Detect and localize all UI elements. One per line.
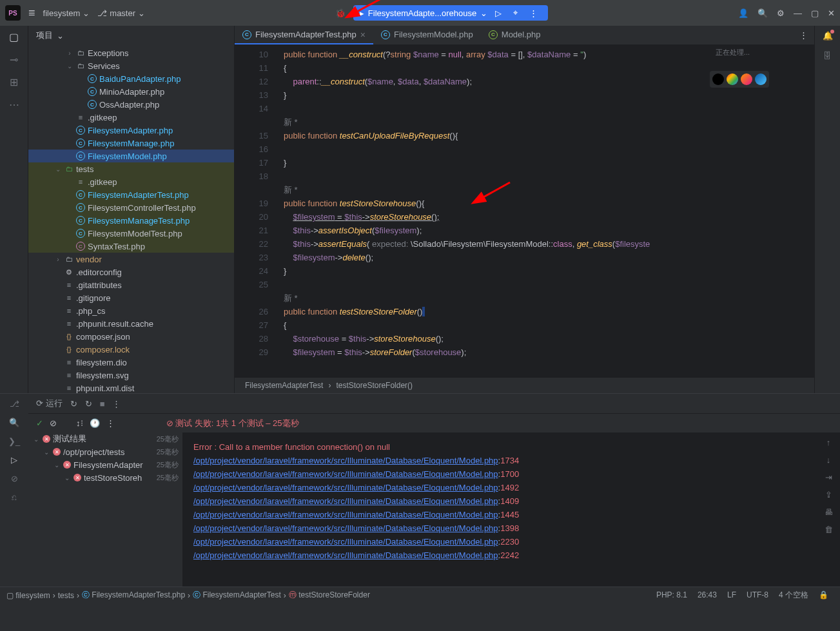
ignore-filter-icon[interactable]: ⊘ bbox=[50, 418, 57, 428]
pass-filter-icon[interactable]: ✓ bbox=[36, 418, 43, 428]
editor-tab[interactable]: CFilesystemModel.php bbox=[373, 26, 481, 44]
breadcrumb-item[interactable]: ⓜ testStoreStoreFolder bbox=[289, 590, 370, 601]
statusbar-item[interactable]: UTF-8 bbox=[741, 590, 774, 599]
tree-item[interactable]: {}composer.json bbox=[28, 330, 234, 343]
chrome-icon[interactable] bbox=[727, 73, 738, 85]
tree-item[interactable]: ≡.gitkeep bbox=[28, 175, 234, 188]
stack-frame[interactable]: /opt/project/vendor/laravel/framework/sr… bbox=[193, 535, 806, 548]
phpstorm-icon[interactable] bbox=[712, 73, 724, 85]
project-tree[interactable]: ›🗀Exceptions⌄🗀ServicesCBaiduPanAdapter.p… bbox=[28, 45, 234, 393]
database-icon[interactable]: 🗄 bbox=[823, 51, 832, 61]
run-button[interactable]: ▷ bbox=[491, 8, 505, 18]
breadcrumb[interactable]: ▢ filesystem › tests › ⓒ FilesystemAdapt… bbox=[6, 590, 370, 601]
tree-item[interactable]: CFilesystemModelTest.php bbox=[28, 227, 234, 240]
tree-item[interactable]: CBaiduPanAdapter.php bbox=[28, 72, 234, 85]
stack-frame[interactable]: /opt/project/vendor/laravel/framework/sr… bbox=[193, 548, 806, 562]
tree-item[interactable]: ⚙.editorconfig bbox=[28, 266, 234, 278]
editor-tab[interactable]: CFilesystemAdapterTest.php× bbox=[235, 26, 373, 44]
tree-item[interactable]: ≡filesystem.svg bbox=[28, 369, 234, 382]
firefox-icon[interactable] bbox=[741, 73, 752, 85]
tree-item[interactable]: CFilesystemAdapterTest.php bbox=[28, 188, 234, 201]
statusbar-item[interactable]: 26:43 bbox=[692, 590, 722, 599]
tree-item[interactable]: ≡.php_cs bbox=[28, 304, 234, 317]
statusbar-item[interactable]: 4 个空格 bbox=[774, 590, 814, 599]
commit-tool-icon[interactable]: ⊸ bbox=[10, 53, 18, 66]
tree-item[interactable]: CFilesystemModel.php bbox=[28, 150, 234, 162]
test-tree-item[interactable]: ⌄✕FilesystemAdapter25毫秒 bbox=[28, 458, 182, 471]
more-tools-icon[interactable]: ⋯ bbox=[9, 99, 19, 111]
project-selector[interactable]: filesystem ⌄ bbox=[43, 8, 90, 18]
stack-frame[interactable]: /opt/project/vendor/laravel/framework/sr… bbox=[193, 454, 806, 467]
tabs-more-icon[interactable]: ⋮ bbox=[793, 30, 814, 40]
export-icon[interactable]: ⇪ bbox=[825, 490, 832, 500]
tree-item[interactable]: ≡phpunit.xml.dist bbox=[28, 382, 234, 393]
breadcrumb-item[interactable]: ⓒ FilesystemAdapterTest bbox=[193, 590, 281, 601]
rerun-icon[interactable]: ↻ bbox=[70, 399, 77, 409]
statusbar-item[interactable]: PHP: 8.1 bbox=[651, 590, 692, 599]
git-tool-icon[interactable]: ⎇ bbox=[10, 399, 19, 409]
statusbar-item[interactable]: LF bbox=[722, 590, 741, 599]
sort-icon[interactable]: ↕⁝ bbox=[76, 418, 83, 428]
vcs-branch[interactable]: ⎇ master ⌄ bbox=[97, 8, 145, 18]
minimize-icon[interactable]: — bbox=[794, 8, 802, 18]
stop-icon[interactable]: ■ bbox=[100, 399, 105, 409]
tree-item[interactable]: CFilesystemAdapter.php bbox=[28, 124, 234, 137]
test-tree-item[interactable]: ⌄✕/opt/project/tests25毫秒 bbox=[28, 445, 182, 458]
clear-icon[interactable]: 🗑 bbox=[825, 525, 833, 534]
debug-button[interactable]: ⌖ bbox=[509, 8, 522, 18]
print-icon[interactable]: 🖶 bbox=[825, 507, 833, 517]
project-tool-icon[interactable]: ▢ bbox=[9, 31, 19, 43]
scroll-up-icon[interactable]: ↑ bbox=[826, 438, 831, 447]
tree-item[interactable]: COssAdapter.php bbox=[28, 98, 234, 111]
tree-item[interactable]: ≡filesystem.dio bbox=[28, 356, 234, 369]
tree-item[interactable]: CMinioAdapter.php bbox=[28, 85, 234, 98]
run-more-icon[interactable]: ⋮ bbox=[112, 399, 121, 409]
tree-item[interactable]: ›🗀vendor bbox=[28, 253, 234, 266]
tree-item[interactable]: ⌄🗀Services bbox=[28, 59, 234, 72]
stack-frame[interactable]: /opt/project/vendor/laravel/framework/sr… bbox=[193, 481, 806, 494]
stack-frame[interactable]: /opt/project/vendor/laravel/framework/sr… bbox=[193, 467, 806, 481]
lock-icon[interactable]: 🔒 bbox=[814, 590, 834, 599]
tree-item[interactable]: ›🗀Exceptions bbox=[28, 46, 234, 59]
history-icon[interactable]: 🕐 bbox=[90, 418, 100, 428]
stack-frame[interactable]: /opt/project/vendor/laravel/framework/sr… bbox=[193, 508, 806, 521]
stack-frame[interactable]: /opt/project/vendor/laravel/framework/sr… bbox=[193, 494, 806, 508]
tree-item[interactable]: CFilesystemControllerTest.php bbox=[28, 201, 234, 214]
tree-item[interactable]: CFilesystemManageTest.php bbox=[28, 214, 234, 227]
tree-item[interactable]: {}composer.lock bbox=[28, 343, 234, 356]
tree-item[interactable]: CFilesystemManage.php bbox=[28, 137, 234, 150]
editor-breadcrumb[interactable]: FilesystemAdapterTest › testStoreStoreFo… bbox=[235, 378, 814, 393]
editor-tab[interactable]: CModel.php bbox=[481, 26, 549, 44]
bug-icon[interactable]: 🐞 bbox=[335, 8, 346, 18]
rerun-failed-icon[interactable]: ↻ bbox=[85, 399, 92, 409]
structure-tool-icon[interactable]: ⊞ bbox=[10, 76, 18, 88]
close-tab-icon[interactable]: × bbox=[360, 30, 366, 40]
run-tool-icon[interactable]: ▷ bbox=[11, 455, 17, 465]
breadcrumb-item[interactable]: tests bbox=[58, 591, 74, 600]
code-editor[interactable]: public function __construct(?string $nam… bbox=[273, 45, 814, 378]
close-icon[interactable]: ✕ bbox=[828, 8, 835, 18]
test-tree-item[interactable]: ⌄✕testStoreStoreh25毫秒 bbox=[28, 471, 182, 484]
edge-icon[interactable] bbox=[755, 73, 767, 85]
tree-item[interactable]: CSyntaxTest.php bbox=[28, 240, 234, 253]
main-menu-icon[interactable]: ≡ bbox=[28, 6, 35, 20]
tree-item[interactable]: ⌄🗀tests bbox=[28, 162, 234, 175]
terminal-tool-icon[interactable]: ❯_ bbox=[8, 436, 20, 446]
vcs-tool-icon[interactable]: ⎌ bbox=[12, 492, 17, 502]
search-icon[interactable]: 🔍 bbox=[757, 8, 768, 18]
test-output[interactable]: Error : Call to a member function connec… bbox=[183, 432, 817, 587]
test-tree-item[interactable]: ⌄✕测试结果25毫秒 bbox=[28, 432, 182, 445]
test-tree[interactable]: ⌄✕测试结果25毫秒⌄✕/opt/project/tests25毫秒⌄✕File… bbox=[28, 432, 183, 587]
tree-item[interactable]: ≡.gitignore bbox=[28, 291, 234, 304]
tree-item[interactable]: ≡.gitkeep bbox=[28, 111, 234, 124]
stack-frame[interactable]: /opt/project/vendor/laravel/framework/sr… bbox=[193, 521, 806, 535]
breadcrumb-item[interactable]: ▢ filesystem bbox=[6, 591, 50, 600]
editor-gutter[interactable]: 1011121314▶15161718●19202122232425▶26272… bbox=[235, 45, 273, 378]
notifications-icon[interactable]: 🔔 bbox=[823, 31, 833, 41]
scroll-down-icon[interactable]: ↓ bbox=[826, 455, 831, 465]
soft-wrap-icon[interactable]: ⇥ bbox=[825, 472, 832, 482]
settings-icon[interactable]: ⚙ bbox=[777, 8, 785, 18]
maximize-icon[interactable]: ▢ bbox=[811, 8, 819, 18]
search-tool-icon[interactable]: 🔍 bbox=[9, 418, 19, 427]
tree-item[interactable]: ≡.phpunit.result.cache bbox=[28, 317, 234, 330]
